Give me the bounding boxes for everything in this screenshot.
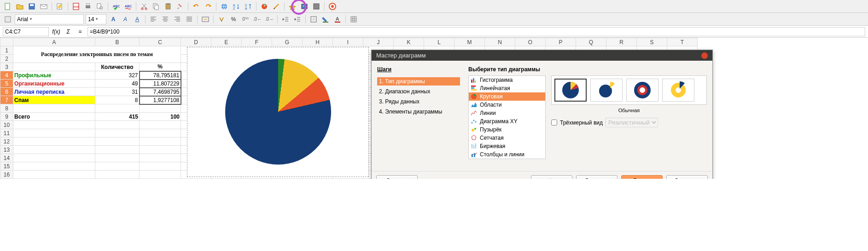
col-header[interactable]: C [140,38,181,46]
function-wizard-icon[interactable]: f(x) [52,29,61,35]
cell-reference-box[interactable]: C4:C7 [3,27,49,36]
number-format-icon[interactable]: 0⁰⁰ [240,14,250,24]
subtype-normal[interactable] [554,79,587,102]
align-left-icon[interactable] [148,14,158,24]
font-name-select[interactable]: Arial▼ [15,14,84,24]
open-icon[interactable] [15,1,25,11]
dialog-titlebar[interactable]: Мастер диаграмм [372,50,712,61]
paste-icon[interactable] [163,1,173,11]
col-header[interactable]: B [95,38,140,46]
fontcolor-icon[interactable]: A [332,14,343,24]
equals-icon[interactable]: = [76,29,85,35]
borders-icon[interactable] [309,14,319,24]
type-bar[interactable]: Гистограмма [469,76,545,84]
svg-text:A: A [245,7,247,10]
edit-icon[interactable] [55,1,65,11]
choose-type-heading: Выберите тип диаграммы [468,66,707,73]
close-icon[interactable] [701,52,708,59]
percent-icon[interactable]: % [228,14,239,24]
type-stock[interactable]: Биржевая [469,142,545,150]
svg-rect-0 [5,3,10,10]
formatting-toolbar: Arial▼ 14▼ A A A % 0⁰⁰ .0← .0→ A [0,13,868,26]
increase-indent-icon[interactable] [292,14,303,24]
bgcolor-icon[interactable] [320,14,331,24]
drawing-icon[interactable] [271,1,281,11]
back-button: << Назад [531,175,572,179]
chart-object[interactable] [187,47,369,177]
cut-icon[interactable] [139,1,149,11]
grid-toggle-icon[interactable] [349,14,359,24]
checkbox-3d[interactable] [551,120,557,126]
svg-point-57 [676,87,681,93]
save-icon[interactable] [27,1,37,11]
svg-text:Z: Z [233,7,235,10]
next-button[interactable]: Далее >> [576,175,618,179]
type-area[interactable]: Области [469,101,545,109]
steps-heading: Шаги [377,66,460,73]
subtype-exploded[interactable] [590,79,623,102]
label-3d: Трёхмерный вид [560,120,603,126]
type-xy[interactable]: Диаграмма XY [469,117,545,126]
styles-icon[interactable] [3,14,13,24]
italic-icon[interactable]: A [120,14,130,24]
format-paintbrush-icon[interactable] [175,1,185,11]
subtype-donut[interactable] [626,79,658,102]
datasources-icon[interactable] [311,1,321,11]
svg-rect-2 [30,4,34,6]
step-data-series[interactable]: 3. Ряды данных [377,97,460,106]
help-button[interactable]: Справка [376,175,418,179]
chart-type-list[interactable]: Гистограмма Линейчатая Круговая Области … [468,75,546,159]
sort-asc-icon[interactable]: AZ [231,1,241,11]
svg-rect-50 [474,153,475,157]
svg-rect-27 [314,4,319,9]
align-justify-icon[interactable] [184,14,194,24]
pdf-icon[interactable]: PDF [71,1,81,11]
subtype-exploded-donut[interactable] [662,79,694,102]
preview-icon[interactable] [95,1,105,11]
type-combo[interactable]: Столбцы и линии [469,150,545,159]
subtype-label: Обычная [551,108,707,113]
redo-icon[interactable] [203,1,213,11]
decrease-indent-icon[interactable] [280,14,291,24]
svg-rect-42 [471,89,477,91]
type-net[interactable]: Сетчатая [469,134,545,142]
formula-bar: C4:C7 f(x) Σ = =B4/B9*100 [0,26,868,38]
copy-icon[interactable] [151,1,161,11]
type-bubble[interactable]: Пузырёк [469,126,545,134]
main-toolbar: PDF ABC ABC AZ ZA [0,0,868,13]
type-line[interactable]: Линии [469,109,545,117]
remove-decimal-icon[interactable]: .0→ [264,14,274,24]
col-header[interactable]: A [13,38,95,46]
currency-icon[interactable] [216,14,227,24]
chart-icon[interactable] [259,1,269,11]
svg-text:A: A [336,16,339,22]
sort-desc-icon[interactable]: ZA [243,1,253,11]
hyperlink-icon[interactable] [219,1,229,11]
print-icon[interactable] [83,1,93,11]
align-right-icon[interactable] [172,14,182,24]
align-center-icon[interactable] [160,14,170,24]
sum-icon[interactable]: Σ [64,29,73,35]
font-size-select[interactable]: 14▼ [86,14,106,24]
type-pie[interactable]: Круговая [469,92,545,101]
svg-rect-9 [97,4,101,8]
spellcheck-auto-icon[interactable]: ABC [123,1,133,11]
formula-input[interactable]: =B4/B9*100 [87,27,865,36]
step-chart-elements[interactable]: 4. Элементы диаграммы [377,108,460,116]
cancel-button[interactable]: Отменить [666,175,708,179]
merge-cells-icon[interactable] [200,14,210,24]
underline-icon[interactable]: A [132,14,142,24]
help-icon[interactable] [327,1,338,11]
new-doc-icon[interactable] [3,1,13,11]
type-hbar[interactable]: Линейчатая [469,84,545,92]
add-decimal-icon[interactable]: .0← [252,14,262,24]
svg-rect-7 [86,6,90,8]
spellcheck-icon[interactable]: ABC [111,1,121,11]
undo-icon[interactable] [191,1,201,11]
finish-button[interactable]: Готово [621,175,663,179]
select-3d-style: Реалистичный [606,118,658,127]
email-icon[interactable] [39,1,49,11]
bold-icon[interactable]: A [108,14,118,24]
step-data-range[interactable]: 2. Диапазон данных [377,87,460,96]
step-chart-type[interactable]: 1. Тип диаграммы [377,77,460,86]
